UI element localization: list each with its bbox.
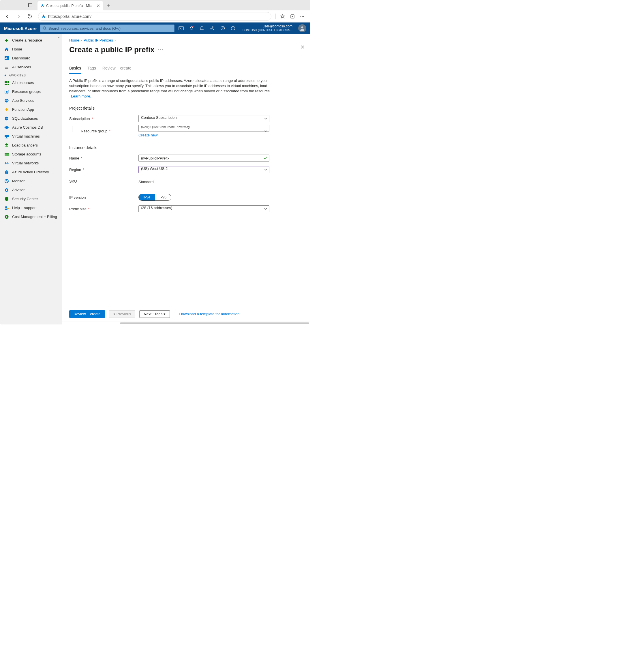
sidebar-app-services[interactable]: App Services xyxy=(0,96,62,105)
label-ip-version: IP version xyxy=(69,195,139,199)
svg-rect-24 xyxy=(6,83,7,85)
sidebar-all-resources[interactable]: All resources xyxy=(0,78,62,87)
ipv6-option[interactable]: IPv6 xyxy=(155,194,171,201)
resource-group-select[interactable]: (New) QuickStartCreateIPPrefix-rg xyxy=(139,125,269,132)
sidebar-storage[interactable]: Storage accounts xyxy=(0,150,62,159)
svg-point-3 xyxy=(300,16,301,17)
prefix-size-select[interactable]: /28 (16 addresses) xyxy=(139,205,269,212)
back-button[interactable] xyxy=(3,12,12,21)
next-button[interactable]: Next : Tags > xyxy=(139,310,170,318)
breadcrumb-prefixes[interactable]: Public IP Prefixes xyxy=(84,38,113,42)
forward-button[interactable] xyxy=(14,12,23,21)
svg-point-12 xyxy=(232,28,233,28)
review-create-button[interactable]: Review + create xyxy=(69,310,105,318)
directories-icon[interactable] xyxy=(189,26,194,31)
label-subscription: Subscription * xyxy=(69,117,139,121)
chevron-right-icon: › xyxy=(115,39,116,42)
sidebar-advisor[interactable]: Advisor xyxy=(0,185,62,194)
sidebar-resource-groups[interactable]: Resource groups xyxy=(0,87,62,96)
resource-group-icon xyxy=(4,89,9,94)
sidebar-security[interactable]: Security Center xyxy=(0,194,62,203)
tenant-name: CONTOSO (CONTOSO.ONMICROS... xyxy=(243,28,293,32)
sidebar: « Create a resource Home Dashboard All s… xyxy=(0,34,62,324)
storage-icon xyxy=(4,152,9,157)
sidebar-cost[interactable]: $Cost Management + Billing xyxy=(0,212,62,221)
svg-point-5 xyxy=(304,16,304,17)
label-sku: SKU xyxy=(69,179,139,183)
ipv4-option[interactable]: IPv4 xyxy=(139,194,155,201)
svg-rect-19 xyxy=(8,81,9,82)
close-blade-icon[interactable] xyxy=(300,45,305,49)
sidebar-cosmos[interactable]: Azure Cosmos DB xyxy=(0,123,62,132)
sidebar-all-services[interactable]: All services xyxy=(0,63,62,72)
azure-search[interactable] xyxy=(40,25,175,32)
person-help-icon xyxy=(4,205,9,210)
azure-favicon xyxy=(40,4,44,8)
site-identity-icon xyxy=(41,14,46,19)
sidebar-aad[interactable]: Azure Active Directory xyxy=(0,168,62,177)
horizontal-scrollbar[interactable] xyxy=(62,322,310,324)
tab-tags[interactable]: Tags xyxy=(87,64,96,74)
create-new-rg-link[interactable]: Create new xyxy=(139,133,157,137)
address-bar[interactable] xyxy=(38,12,271,21)
browser-tab-title: Create a public IP prefix - Micr xyxy=(46,4,94,8)
browser-menu-icon[interactable] xyxy=(299,14,305,19)
sidebar-sql[interactable]: sqlSQL databases xyxy=(0,114,62,123)
vm-icon xyxy=(4,134,9,139)
help-icon[interactable] xyxy=(220,26,225,31)
download-template-link[interactable]: Download a template for automation xyxy=(179,312,239,316)
svg-rect-23 xyxy=(4,83,6,85)
shield-icon xyxy=(4,196,9,202)
svg-rect-1 xyxy=(28,3,29,7)
tab-review[interactable]: Review + create xyxy=(102,64,131,74)
url-input[interactable] xyxy=(48,14,268,19)
tab-basics[interactable]: Basics xyxy=(69,64,81,74)
collapse-sidebar-icon[interactable]: « xyxy=(58,36,60,39)
svg-point-13 xyxy=(234,28,234,28)
sidebar-function-app[interactable]: Function App xyxy=(0,105,62,114)
chevron-right-icon: › xyxy=(81,39,82,42)
tab-close-icon[interactable] xyxy=(96,4,100,8)
sidebar-lb[interactable]: Load balancers xyxy=(0,141,62,150)
sql-icon: sql xyxy=(4,116,9,121)
feedback-icon[interactable] xyxy=(230,26,236,31)
svg-rect-35 xyxy=(5,138,8,139)
cloud-shell-icon[interactable] xyxy=(179,26,184,31)
notifications-icon[interactable] xyxy=(199,26,205,31)
collections-icon[interactable] xyxy=(290,14,295,19)
azure-brand[interactable]: Microsoft Azure xyxy=(4,26,37,31)
advisor-icon xyxy=(4,188,9,193)
user-info[interactable]: user@contoso.com CONTOSO (CONTOSO.ONMICR… xyxy=(243,24,293,32)
sidebar-vnet[interactable]: Virtual networks xyxy=(0,159,62,168)
browser-tab[interactable]: Create a public IP prefix - Micr xyxy=(38,1,103,10)
refresh-button[interactable] xyxy=(25,12,34,21)
sidebar-help[interactable]: Help + support xyxy=(0,203,62,212)
sidebar-home[interactable]: Home xyxy=(0,45,62,54)
sidebar-dashboard[interactable]: Dashboard xyxy=(0,54,62,63)
label-prefix-size: Prefix size * xyxy=(69,207,139,211)
ip-version-toggle: IPv4 IPv6 xyxy=(139,194,171,201)
previous-button[interactable]: < Previous xyxy=(109,310,136,318)
azure-search-input[interactable] xyxy=(49,26,172,30)
sidebar-monitor[interactable]: Monitor xyxy=(0,177,62,185)
more-actions-icon[interactable]: ··· xyxy=(158,47,164,52)
breadcrumb: Home › Public IP Prefixes › xyxy=(69,38,304,42)
tab-actions-icon[interactable] xyxy=(27,3,33,8)
form-tabs: Basics Tags Review + create xyxy=(69,64,304,74)
name-input[interactable] xyxy=(139,155,269,161)
favorites-icon[interactable] xyxy=(280,14,285,19)
avatar[interactable] xyxy=(298,24,306,32)
svg-point-9 xyxy=(212,28,213,29)
svg-rect-20 xyxy=(4,82,6,83)
sidebar-vms[interactable]: Virtual machines xyxy=(0,132,62,141)
new-tab-button[interactable] xyxy=(104,1,113,10)
subscription-select[interactable]: Contoso Subscription xyxy=(139,115,269,122)
settings-icon[interactable] xyxy=(210,26,215,31)
grid-icon xyxy=(4,80,9,86)
breadcrumb-home[interactable]: Home xyxy=(69,38,79,42)
sidebar-create-resource[interactable]: Create a resource xyxy=(0,36,62,45)
region-select[interactable]: (US) West US 2 xyxy=(139,166,269,173)
learn-more-link[interactable]: Learn more. xyxy=(71,94,91,98)
svg-point-40 xyxy=(6,189,8,191)
search-icon xyxy=(43,26,47,30)
